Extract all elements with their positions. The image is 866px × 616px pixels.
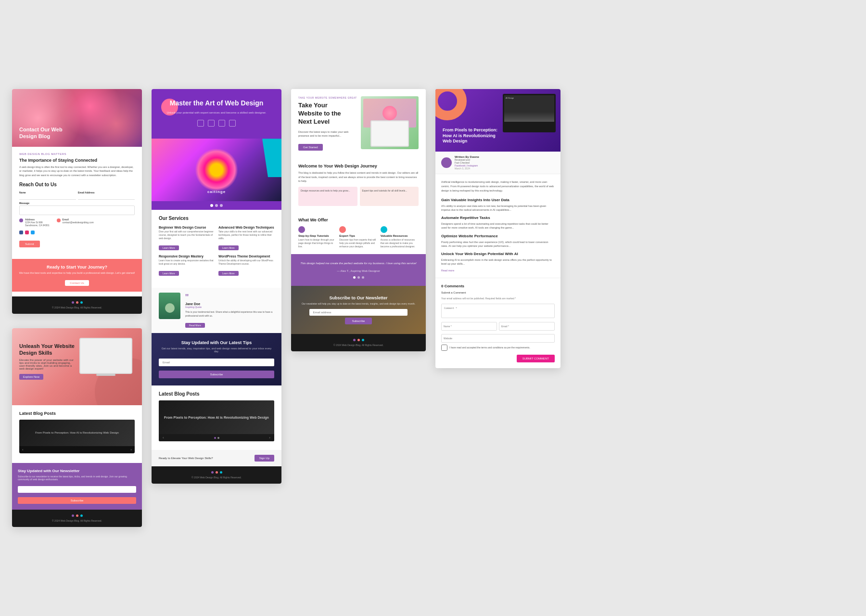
testimonial-name: Jane Doe	[185, 302, 274, 306]
testimonial-avatar	[159, 293, 180, 319]
newsletter-subscribe-btn[interactable]: Subscribe	[18, 497, 136, 504]
testimonial-btn[interactable]: Read More	[185, 323, 205, 328]
offers-section: What We Offer Step-by-Step Tutorials Lea…	[291, 212, 426, 254]
comment-input-row	[441, 322, 555, 331]
master-hero-sub: Unlock your potential with expert servic…	[159, 111, 274, 114]
cta-button[interactable]: Contact Us	[65, 280, 89, 286]
blog-dot-2	[217, 437, 219, 439]
home-page-card: Unleash Your Website Design Skills Eleva…	[12, 328, 142, 527]
author-info: Written By Dawne Reviewed and Fact Check…	[455, 155, 479, 170]
website-hero: TAKE YOUR WEBSITE SOMEWHERE GREAT Take Y…	[291, 89, 426, 158]
instagram-icon	[25, 231, 29, 234]
offer-title-2: Expert Tips	[339, 234, 377, 237]
cta-text: Ready to Elevate Your Web Design Skills?	[159, 457, 213, 460]
flower-petals	[195, 148, 238, 192]
nav-dot-2	[215, 204, 218, 207]
commenter-name-input[interactable]	[441, 322, 497, 331]
hero-icon-2	[208, 120, 215, 127]
home-hero-title: Unleash Your Website Design Skills	[19, 343, 77, 357]
blog-dot-1	[214, 437, 216, 439]
home-hero: Unleash Your Website Design Skills Eleva…	[12, 328, 142, 405]
newsletter-title: Stay Updated with Our Latest Tips	[159, 340, 274, 345]
welcome-box-pink: Design resources and tools to help you g…	[298, 187, 357, 206]
section-title: The Importance of Staying Connected	[19, 158, 135, 163]
service-title-1: Beginner Web Design Course	[159, 226, 215, 229]
welcome-box-peach: Expert tips and tutorials for all skill …	[360, 187, 419, 206]
welcome-box-text-1: Design resources and tools to help you g…	[301, 189, 355, 192]
submit-comment-btn[interactable]: SUBMIT COMMENT	[517, 355, 555, 362]
offers-grid: Step-by-Step Tutorials Learn how to desi…	[298, 226, 419, 248]
hero-icon-1	[197, 120, 204, 127]
footer-dot-1	[211, 471, 214, 474]
quote-icon: "	[185, 293, 274, 302]
offer-item-2: Expert Tips Discover tips from experts t…	[339, 226, 377, 248]
tag-label: WEB DESIGN BLOG MATTERS	[19, 153, 135, 155]
footer-dot-2	[357, 339, 360, 341]
commenter-website-input[interactable]	[441, 334, 555, 343]
next-arrow-icon[interactable]: ›	[130, 448, 132, 452]
service-btn-2[interactable]: Learn More	[218, 245, 239, 250]
service-title-3: Responsive Design Mastery	[159, 255, 215, 258]
author-date: March 3, 2024	[455, 167, 479, 170]
service-btn-1[interactable]: Learn More	[159, 245, 179, 250]
newsletter-section: Stay Updated with Our Latest Tips Get ou…	[152, 333, 281, 385]
contact-title: Reach Out to Us	[19, 182, 135, 187]
service-item-2: Advanced Web Design Techniques Take your…	[218, 226, 274, 251]
testimonial-author: — Alex T., Aspiring Web Designer	[298, 270, 419, 272]
service-item-1: Beginner Web Design Course Dive your fir…	[159, 226, 215, 251]
welcome-text: The blog is dedicated to help you follow…	[298, 171, 419, 183]
testimonial-section: " Jane Doe Inspiring Quote This is your …	[152, 288, 281, 333]
newsletter-input[interactable]	[159, 359, 274, 366]
footer-section: © 2024 Web Design Blog. All Rights Reser…	[12, 296, 142, 314]
subscribe-title: Subscribe to Our Newsletter	[329, 295, 387, 300]
footer-dots	[156, 471, 277, 474]
home-hero-btn[interactable]: Explore Now	[19, 374, 43, 380]
hero-circle-accent	[435, 89, 467, 120]
cta-title: Ready to Start Your Journey?	[18, 265, 136, 270]
master-hero-title: Master the Art of Web Design	[159, 99, 274, 107]
testimonial-content: " Jane Doe Inspiring Quote This is your …	[185, 293, 274, 328]
terms-checkbox[interactable]	[441, 345, 447, 351]
posts-title: Latest Blog Posts	[19, 411, 135, 416]
hero-laptop	[79, 338, 132, 374]
contact-info-row: Address 1234 Ave St 999 Sandmoore, CA 94…	[19, 218, 135, 227]
welcome-section: Welcome to Your Web Design Journey The b…	[291, 158, 426, 212]
offer-text-1: Learn how to design through your page de…	[298, 238, 336, 248]
prev-arrow-icon[interactable]: ‹	[22, 448, 24, 452]
newsletter-email-input[interactable]	[18, 486, 136, 493]
submit-comment-row: SUBMIT COMMENT	[441, 355, 555, 362]
author-section: Written By Dawne Reviewed and Fact Check…	[435, 152, 560, 174]
service-text-3: Learn how to create using responsive web…	[159, 259, 215, 266]
hero-cta-btn[interactable]: Get Started	[298, 144, 323, 151]
comments-count: 0 Comments	[441, 284, 555, 288]
blog-card: From Pixels to Perception: How AI is Rev…	[159, 400, 274, 441]
dot-3	[80, 514, 83, 517]
newsletter-btn[interactable]: Subscribe	[159, 371, 274, 378]
hero-laptop-img	[370, 120, 409, 147]
t-dot-active	[353, 276, 356, 279]
address-info: Address 1234 Ave St 999 Sandmoore, CA 94…	[19, 218, 50, 227]
terms-checkbox-row: I have read and accepted the terms and c…	[441, 345, 555, 351]
footer-copyright: © 2024 Web Design Blog. All Rights Reser…	[17, 519, 137, 522]
commenter-email-input[interactable]	[499, 322, 555, 331]
hero-laptop-mockup: AI Design	[503, 94, 556, 132]
subscribe-btn[interactable]: Subscribe	[345, 318, 372, 324]
email-text: Email contact@webdesignblog.com	[63, 218, 94, 224]
hero-icon-3	[218, 120, 225, 127]
service-item-4: WordPress Theme Development Unlock the a…	[218, 255, 274, 276]
service-btn-4[interactable]: Learn More	[218, 271, 239, 276]
submit-button[interactable]: Submit	[19, 241, 40, 247]
service-btn-3[interactable]: Learn More	[159, 271, 179, 276]
dot-3	[80, 301, 83, 304]
footer-dots	[17, 514, 137, 517]
comment-textarea[interactable]	[441, 304, 555, 318]
welcome-box-text-2: Expert tips and tutorials for all skill …	[362, 189, 417, 192]
blog-next-icon[interactable]: ›	[269, 436, 270, 440]
email-icon	[57, 218, 61, 222]
cta-signup-btn[interactable]: Sign Up	[255, 455, 274, 462]
read-more-link[interactable]: Read more	[441, 269, 555, 272]
comment-note: Your email address will not be published…	[441, 297, 555, 300]
subscribe-email-input[interactable]	[309, 309, 408, 316]
blog-prev-icon[interactable]: ‹	[163, 436, 164, 440]
newsletter-title: Stay Updated with Our Newsletter	[18, 469, 136, 473]
